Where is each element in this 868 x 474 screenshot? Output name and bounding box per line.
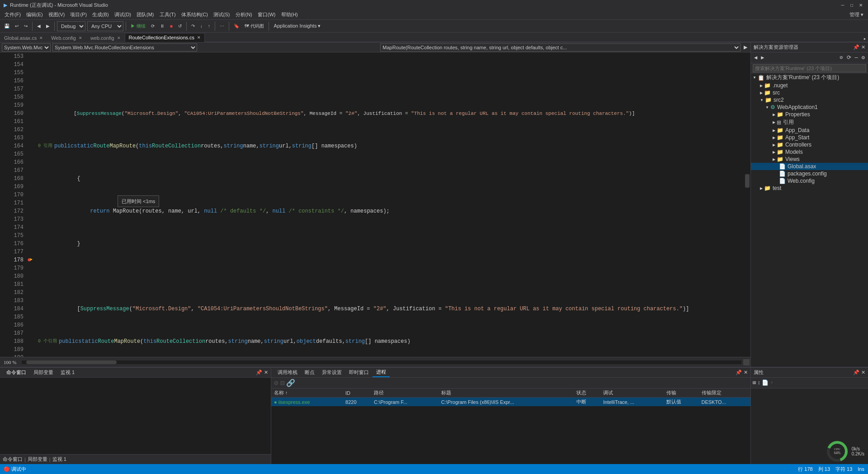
tree-src2[interactable]: ▼ 📁 src2 bbox=[751, 96, 868, 104]
col-status[interactable]: 状态 bbox=[574, 389, 600, 398]
cmd-close-btn[interactable]: ✕ bbox=[264, 370, 268, 375]
menu-edit[interactable]: 编辑(E) bbox=[24, 10, 46, 19]
close-btn[interactable]: ✕ bbox=[857, 1, 864, 9]
tree-test[interactable]: ▶ 📁 test bbox=[751, 185, 868, 192]
tab-scroll[interactable]: ▸ bbox=[862, 36, 868, 42]
se-props-btn[interactable]: ⚙ bbox=[860, 54, 866, 61]
col-path[interactable]: 路径 bbox=[371, 389, 439, 398]
tab-close-webconfig[interactable]: ✕ bbox=[79, 36, 82, 40]
tree-src[interactable]: ▶ 📁 src bbox=[751, 89, 868, 96]
horiz-scroll-thumb[interactable] bbox=[26, 360, 117, 364]
ref-count-155[interactable]: 0 引用 bbox=[38, 142, 52, 150]
se-search-input[interactable] bbox=[753, 64, 866, 72]
proc-tab-process[interactable]: 进程 bbox=[373, 368, 390, 377]
maximize-btn[interactable]: □ bbox=[848, 1, 855, 9]
tab-close-route[interactable]: ✕ bbox=[197, 35, 201, 40]
se-forward-btn[interactable]: ▶ bbox=[760, 54, 765, 61]
cmd-tab-locals[interactable]: 局部变量 bbox=[30, 368, 57, 377]
col-transport[interactable]: 传输 bbox=[664, 389, 699, 398]
cmd-footer-tab2[interactable]: 局部变量 bbox=[28, 456, 47, 463]
tab-webconfig[interactable]: Web.config ✕ bbox=[47, 33, 86, 42]
scroll-thumb[interactable] bbox=[745, 174, 750, 188]
cmd-tab-watch[interactable]: 监视 1 bbox=[57, 368, 78, 377]
col-debug[interactable]: 调试 bbox=[600, 389, 663, 398]
tb-continue[interactable]: ▶ 继续 bbox=[128, 22, 148, 31]
tb-step-out[interactable]: ↑ bbox=[206, 22, 212, 30]
tree-webconfig[interactable]: 📄 Web.config bbox=[751, 177, 868, 185]
code-nav-member[interactable]: System.Web.Mvc.RouteCollectionExtensions bbox=[52, 43, 197, 52]
cmd-tab-cmd[interactable]: 命令窗口 bbox=[3, 368, 30, 377]
col-id[interactable]: ID bbox=[343, 389, 371, 398]
code-content[interactable]: 153 154 155 156 157 158 159 160 161 162 … bbox=[0, 52, 750, 357]
proc-tab-immediate[interactable]: 即时窗口 bbox=[345, 368, 373, 377]
props-cat-btn[interactable]: ⊞ bbox=[753, 379, 756, 386]
tb-stop[interactable]: ■ bbox=[168, 22, 175, 30]
tree-views[interactable]: ▶ 📁 Views bbox=[751, 156, 868, 163]
tb-step-into[interactable]: ↓ bbox=[198, 22, 205, 30]
menu-test[interactable]: 测试(S) bbox=[211, 10, 233, 19]
tb-back[interactable]: ◀ bbox=[35, 22, 43, 30]
code-nav-class[interactable]: System.Web.Mvc bbox=[2, 43, 51, 52]
cmd-footer-tab1[interactable]: 命令窗口 bbox=[3, 456, 23, 463]
tb-refresh[interactable]: ⟳ bbox=[149, 22, 157, 30]
tree-webapp1[interactable]: ▼ ⚙ WebApplication1 bbox=[751, 104, 868, 111]
ref-count-161[interactable]: 0 个引用 bbox=[38, 337, 57, 346]
tb-restart[interactable]: ↺ bbox=[176, 22, 184, 30]
tree-appstart[interactable]: ▶ 📁 App_Start bbox=[751, 134, 868, 141]
tb-redo[interactable]: ↪ bbox=[22, 22, 30, 30]
horiz-scrollbar[interactable] bbox=[22, 360, 741, 364]
proc-close-btn[interactable]: ✕ bbox=[744, 370, 748, 375]
tb-save[interactable]: 💾 bbox=[2, 22, 12, 30]
se-pin-btn[interactable]: 📌 bbox=[853, 44, 859, 50]
tb-forward[interactable]: ▶ bbox=[44, 22, 52, 30]
menu-arch[interactable]: 体系结构(C) bbox=[179, 10, 211, 19]
tab-close-webconfig2[interactable]: ✕ bbox=[117, 36, 121, 40]
menu-help[interactable]: 帮助(H) bbox=[278, 10, 301, 19]
proc-tab-breakpoints[interactable]: 断点 bbox=[301, 368, 318, 377]
build-config-select[interactable]: Debug bbox=[57, 21, 85, 31]
menu-file[interactable]: 文件(F) bbox=[2, 10, 24, 19]
tab-global-asax[interactable]: Global.asax.cs ✕ bbox=[0, 33, 47, 42]
tree-global-asax[interactable]: 📄 Global.asax bbox=[751, 163, 868, 170]
se-filter-btn[interactable]: ⊘ bbox=[838, 54, 844, 61]
scroll-right-btn[interactable]: ▶ bbox=[742, 44, 749, 50]
tb-more[interactable]: ⋯ bbox=[217, 22, 226, 30]
proc-tab-exceptions[interactable]: 异常设置 bbox=[318, 368, 345, 377]
tree-models[interactable]: ▶ 📁 Models bbox=[751, 148, 868, 156]
tree-root[interactable]: ▼ 📋 解决方案'Runtime' (23 个项目) bbox=[751, 73, 868, 82]
tb-undo[interactable]: ↩ bbox=[13, 22, 21, 30]
se-collapse-btn[interactable]: — bbox=[854, 55, 859, 61]
minimize-btn[interactable]: ─ bbox=[839, 1, 846, 9]
app-insights-btn[interactable]: Application Insights ▾ bbox=[271, 23, 324, 29]
menu-tools[interactable]: 工具(T) bbox=[157, 10, 179, 19]
tree-nuget[interactable]: ▶ 📁 .nuget bbox=[751, 82, 868, 89]
tree-packages[interactable]: 📄 packages.config bbox=[751, 170, 868, 177]
tb-bookmarks[interactable]: 🔖 bbox=[231, 22, 241, 30]
tb-pause[interactable]: ⏸ bbox=[158, 22, 167, 30]
menu-build[interactable]: 生成(B) bbox=[90, 10, 112, 19]
menu-project[interactable]: 项目(P) bbox=[67, 10, 90, 19]
tb-step-over[interactable]: ↷ bbox=[189, 22, 197, 30]
menu-view[interactable]: 视图(V) bbox=[46, 10, 68, 19]
props-pin-btn[interactable]: 📌 bbox=[853, 370, 859, 375]
props-close-btn[interactable]: ✕ bbox=[861, 370, 865, 375]
cmd-pin-btn[interactable]: 📌 bbox=[256, 370, 262, 375]
code-nav-method[interactable]: MapRoute(RouteCollection routes, string … bbox=[380, 43, 741, 52]
vertical-scrollbar[interactable] bbox=[744, 52, 750, 357]
tree-controllers[interactable]: ▶ 📁 Controllers bbox=[751, 141, 868, 148]
proc-tab-callstack[interactable]: 调用堆栈 bbox=[274, 368, 301, 377]
table-row[interactable]: ● iisexpress.exe 8220 C:\Program F... C:… bbox=[271, 398, 750, 407]
proc-pin-btn[interactable]: 📌 bbox=[736, 370, 742, 375]
proc-attach-btn[interactable]: 🔗 bbox=[286, 379, 295, 388]
tab-route-extensions[interactable]: RouteCollectionExtensions.cs ✕ bbox=[125, 33, 205, 42]
tree-properties[interactable]: ▶ 📁 Properties bbox=[751, 111, 868, 118]
zoom-level[interactable]: 100 % bbox=[0, 360, 20, 365]
code-text-area[interactable]: [SuppressMessage("Microsoft.Design", "CA… bbox=[36, 52, 744, 357]
breakpoint-178[interactable]: ● ➤ bbox=[27, 256, 36, 264]
platform-select[interactable]: Any CPU bbox=[87, 21, 123, 31]
se-refresh-btn[interactable]: ⟳ bbox=[845, 54, 853, 61]
tree-appdata[interactable]: ▶ 📁 App_Data bbox=[751, 127, 868, 134]
menu-team[interactable]: 团队(M) bbox=[134, 10, 157, 19]
col-name[interactable]: 名称 ↑ bbox=[271, 389, 343, 398]
col-title[interactable]: 标题 bbox=[439, 389, 574, 398]
